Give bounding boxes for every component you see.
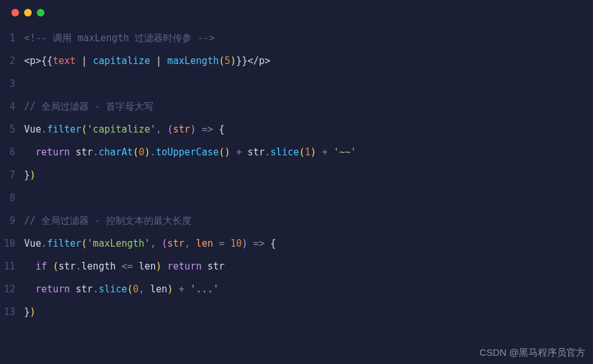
minimize-icon[interactable]: [24, 9, 32, 16]
line-number: 5: [0, 118, 24, 141]
token: (): [219, 146, 230, 158]
token: (: [81, 238, 87, 249]
token: =>: [196, 124, 219, 135]
token: [70, 283, 75, 295]
token: ,: [185, 238, 196, 249]
token: str: [75, 283, 93, 295]
code-content: Vue.filter('maxLength', (str, len = 10) …: [24, 232, 276, 255]
token: [70, 146, 75, 158]
code-line: 12 return str.slice(0, len) + '...': [0, 278, 593, 301]
token: (: [167, 124, 173, 135]
token: '...': [190, 283, 219, 295]
line-number: 6: [0, 141, 24, 164]
token: [24, 261, 36, 272]
token: [162, 261, 167, 272]
token: return: [36, 283, 70, 295]
line-number: 4: [0, 95, 24, 118]
code-content: Vue.filter('capitalize', (str) => {: [24, 118, 225, 141]
maximize-icon[interactable]: [37, 9, 44, 16]
token: <=: [116, 261, 139, 272]
token: 10: [230, 238, 242, 249]
code-line: 4// 全局过滤器 - 首字母大写: [0, 95, 593, 118]
line-number: 10: [0, 232, 24, 255]
token: len: [139, 261, 156, 272]
token: ): [190, 124, 196, 135]
token: charAt: [98, 146, 133, 158]
token: return: [36, 146, 70, 158]
token: str: [247, 146, 264, 158]
window-controls: [0, 0, 593, 23]
token: ): [167, 283, 173, 295]
token: len: [196, 238, 213, 249]
code-line: 2<p>{{text | capitalize | maxLength(5)}}…: [0, 49, 593, 72]
token: (: [162, 238, 167, 249]
code-content: <!-- 调用 maxLength 过滤器时传参 -->: [24, 27, 215, 49]
token: .: [41, 238, 47, 249]
token: slice: [270, 146, 299, 158]
code-line: 10Vue.filter('maxLength', (str, len = 10…: [0, 232, 593, 255]
token: Vue: [24, 238, 41, 249]
token: [202, 261, 207, 272]
code-editor: 1<!-- 调用 maxLength 过滤器时传参 -->2<p>{{text …: [0, 23, 593, 323]
line-number: 8: [0, 186, 24, 209]
token: <p>: [24, 55, 41, 67]
token: (: [127, 283, 133, 295]
token: =>: [247, 238, 270, 249]
token: .: [41, 124, 47, 135]
token: ): [30, 169, 36, 181]
code-content: return str.charAt(0).toUpperCase() + str…: [24, 141, 356, 164]
token: return: [167, 261, 202, 272]
token: (: [299, 146, 305, 158]
token: {{: [41, 55, 53, 67]
token: filter: [47, 238, 81, 249]
code-content: if (str.length <= len) return str: [24, 255, 225, 278]
token: ): [156, 261, 162, 272]
token: ,: [139, 283, 150, 295]
code-content: }): [24, 301, 36, 323]
token: str: [173, 124, 190, 135]
code-line: 5Vue.filter('capitalize', (str) => {: [0, 118, 593, 141]
token: +: [230, 146, 247, 158]
token: ): [30, 306, 36, 318]
line-number: 11: [0, 255, 24, 278]
token: [24, 146, 36, 158]
code-line: 9// 全局过滤器 - 控制文本的最大长度: [0, 209, 593, 232]
token: str: [167, 238, 185, 249]
line-number: 1: [0, 27, 24, 49]
line-number: 7: [0, 164, 24, 186]
token: {: [270, 238, 276, 249]
token: ): [311, 146, 316, 158]
token: filter: [47, 124, 81, 135]
token: (: [133, 146, 139, 158]
token: +: [316, 146, 334, 158]
token: ): [145, 146, 150, 158]
token: 'maxLength': [87, 238, 150, 249]
token: text: [53, 55, 75, 67]
token: // 全局过滤器 - 首字母大写: [24, 101, 153, 112]
close-icon[interactable]: [11, 9, 19, 16]
token: .: [75, 261, 81, 272]
token: |: [75, 55, 93, 67]
token: maxLength: [167, 55, 219, 67]
token: |: [150, 55, 167, 67]
token: ): [230, 55, 236, 67]
token: str: [207, 261, 225, 272]
token: (: [219, 55, 225, 67]
token: .: [150, 146, 156, 158]
code-line: 13}): [0, 301, 593, 323]
line-number: 12: [0, 278, 24, 301]
token: }: [24, 169, 30, 181]
token: len: [150, 283, 167, 295]
line-number: 3: [0, 72, 24, 95]
code-line: 7}): [0, 164, 593, 186]
token: '~~': [334, 146, 356, 158]
code-content: // 全局过滤器 - 首字母大写: [24, 95, 153, 118]
token: // 全局过滤器 - 控制文本的最大长度: [24, 215, 192, 226]
code-line: 1<!-- 调用 maxLength 过滤器时传参 -->: [0, 27, 593, 49]
code-content: <p>{{text | capitalize | maxLength(5)}}<…: [24, 49, 270, 72]
code-content: // 全局过滤器 - 控制文本的最大长度: [24, 209, 192, 232]
token: Vue: [24, 124, 41, 135]
token: 0: [133, 283, 139, 295]
code-content: return str.slice(0, len) + '...': [24, 278, 219, 301]
token: [24, 283, 36, 295]
